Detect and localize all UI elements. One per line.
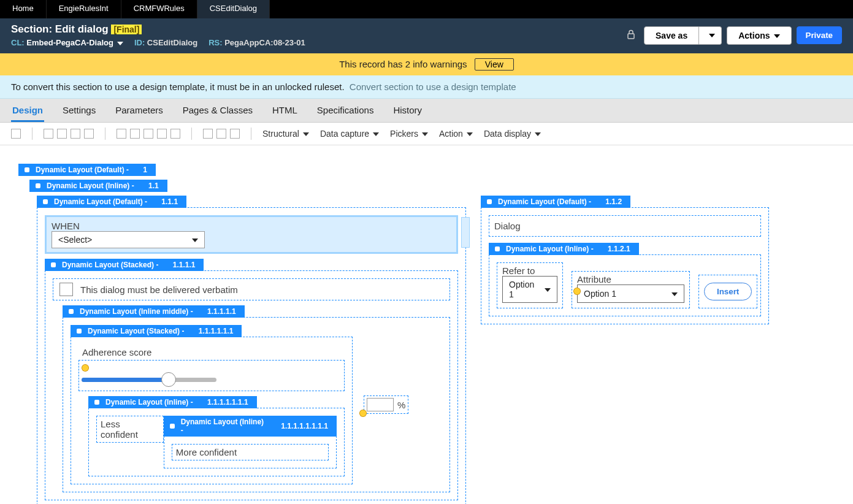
app-tab-home[interactable]: Home: [0, 0, 47, 18]
layout-tag-inline-confidence[interactable]: Dynamic Layout (Inline) - 1.1.1.1.1.1.1: [88, 396, 257, 408]
attribute-label: Attribute: [577, 274, 684, 284]
status-badge-final: [Final]: [111, 25, 142, 34]
insert-button[interactable]: Insert: [704, 283, 752, 300]
cut-icon[interactable]: [44, 129, 53, 139]
actions-button[interactable]: Actions: [727, 26, 791, 45]
warning-text: This record has 2 info warnings: [339, 59, 467, 69]
refer-to-value: Option 1: [509, 280, 541, 299]
section-tabs: Design Settings Parameters Pages & Class…: [0, 99, 853, 123]
refer-to-select[interactable]: Option 1: [502, 276, 557, 303]
lock-icon: [627, 29, 635, 41]
chevron-down-icon: [188, 235, 198, 245]
toolbar-data-capture[interactable]: Data capture: [320, 129, 379, 139]
layout-tag-inline-more[interactable]: Dynamic Layout (Inline) - 1.1.1.1.1.1.1.…: [164, 416, 337, 437]
app-tab-crmfwrules[interactable]: CRMFWRules: [121, 0, 197, 18]
app-tab-bar: Home EngieRulesInt CRMFWRules CSEditDial…: [0, 0, 853, 18]
warning-banner: This record has 2 info warnings View: [0, 53, 853, 75]
grid-icon-2[interactable]: [216, 129, 226, 139]
when-field-selected[interactable]: WHEN <Select>: [45, 215, 458, 254]
verbatim-label: This dialog must be delivered verbatim: [80, 284, 238, 295]
toolbar-structural[interactable]: Structural: [262, 129, 309, 139]
chevron-down-icon: [541, 284, 551, 294]
when-select-value: <Select>: [58, 235, 92, 245]
grid-icon-3[interactable]: [230, 129, 240, 139]
chevron-down-icon: [668, 289, 678, 299]
tab-html[interactable]: HTML: [271, 99, 299, 122]
save-as-caret[interactable]: [699, 26, 722, 45]
delete-icon[interactable]: [84, 129, 94, 139]
warning-icon: [573, 288, 581, 295]
layout-icon-2[interactable]: [130, 129, 140, 139]
layout-icon-3[interactable]: [143, 129, 153, 139]
panel-icon[interactable]: [11, 129, 21, 139]
tab-design[interactable]: Design: [11, 99, 44, 122]
tab-pages-classes[interactable]: Pages & Classes: [182, 99, 254, 122]
tab-history[interactable]: History: [392, 99, 423, 122]
layout-icon-5[interactable]: [170, 129, 180, 139]
layout-tag-1-1-1[interactable]: Dynamic Layout (Default) - 1.1.1: [37, 196, 186, 208]
layout-tag-1-1-2-1[interactable]: Dynamic Layout (Inline) - 1.1.2.1: [489, 243, 639, 255]
warning-icon: [359, 410, 367, 417]
app-tab-cseditdialog[interactable]: CSEditDialog: [197, 0, 270, 18]
view-warnings-button[interactable]: View: [475, 58, 514, 71]
record-name: Edit dialog: [55, 23, 109, 35]
layout-tag-1-1-1-1-1-1[interactable]: Dynamic Layout (Stacked) - 1.1.1.1.1.1: [71, 325, 242, 337]
grid-icon-1[interactable]: [203, 129, 213, 139]
layout-tag-1-1[interactable]: Dynamic Layout (Inline) - 1.1: [29, 180, 167, 192]
warning-icon: [82, 364, 89, 372]
tab-settings[interactable]: Settings: [61, 99, 97, 122]
toolbar-action[interactable]: Action: [439, 129, 473, 139]
slider-thumb[interactable]: [161, 372, 176, 387]
convert-link[interactable]: Convert section to use a design template: [350, 82, 516, 92]
record-header: Section: Edit dialog [Final] CL: Embed-P…: [0, 18, 853, 53]
drag-handle-icon[interactable]: [461, 217, 470, 248]
app-tab-engierules[interactable]: EngieRulesInt: [47, 0, 121, 18]
tab-specifications[interactable]: Specifications: [316, 99, 375, 122]
less-confident-label: Less confident: [96, 416, 164, 443]
layout-tag-1-1-1-1[interactable]: Dynamic Layout (Stacked) - 1.1.1.1: [45, 259, 204, 271]
record-title: Section: Edit dialog [Final]: [11, 23, 305, 36]
adherence-label: Adherence score: [78, 345, 345, 360]
more-confident-label: More confident: [172, 444, 329, 460]
dialog-label: Dialog: [489, 215, 761, 237]
info-banner: To convert this section to use a design …: [0, 75, 853, 99]
record-kind: Section:: [11, 23, 52, 35]
tab-parameters[interactable]: Parameters: [114, 99, 164, 122]
info-banner-text: To convert this section to use a design …: [11, 82, 345, 92]
layout-tag-1-1-2[interactable]: Dynamic Layout (Default) - 1.1.2: [481, 196, 630, 208]
id-label: ID:: [134, 38, 145, 47]
when-select[interactable]: <Select>: [52, 231, 205, 248]
class-dropdown[interactable]: Embed-PegaCA-Dialog: [26, 38, 123, 47]
id-value: CSEditDialog: [147, 38, 197, 47]
svg-rect-0: [628, 34, 634, 39]
verbatim-checkbox[interactable]: [59, 283, 73, 296]
copy-icon[interactable]: [57, 129, 67, 139]
layout-icon-4[interactable]: [157, 129, 167, 139]
toolbar-data-display[interactable]: Data display: [484, 129, 541, 139]
attribute-select[interactable]: Option 1: [577, 284, 684, 303]
toolbar-pickers[interactable]: Pickers: [390, 129, 428, 139]
percent-unit: %: [397, 400, 405, 410]
percent-input[interactable]: [367, 398, 394, 411]
layout-tag-1-1-1-1-1[interactable]: Dynamic Layout (Inline middle) - 1.1.1.1…: [63, 305, 245, 318]
adherence-slider[interactable]: [82, 378, 216, 382]
cl-label: CL:: [11, 38, 25, 47]
design-toolbar: Structural Data capture Pickers Action D…: [0, 123, 853, 145]
rs-value: PegaAppCA:08-23-01: [224, 38, 305, 47]
refer-to-label: Refer to: [502, 265, 557, 276]
save-as-button[interactable]: Save as: [644, 26, 699, 45]
design-canvas: Dynamic Layout (Default) - 1 Dynamic Lay…: [0, 145, 853, 504]
layout-icon-1[interactable]: [117, 129, 126, 139]
paste-icon[interactable]: [71, 129, 80, 139]
private-edit-button[interactable]: Private: [797, 26, 842, 44]
when-label: WHEN: [52, 221, 451, 231]
rs-label: RS:: [208, 38, 222, 47]
layout-tag-1[interactable]: Dynamic Layout (Default) - 1: [18, 164, 156, 176]
attribute-value: Option 1: [584, 289, 616, 299]
